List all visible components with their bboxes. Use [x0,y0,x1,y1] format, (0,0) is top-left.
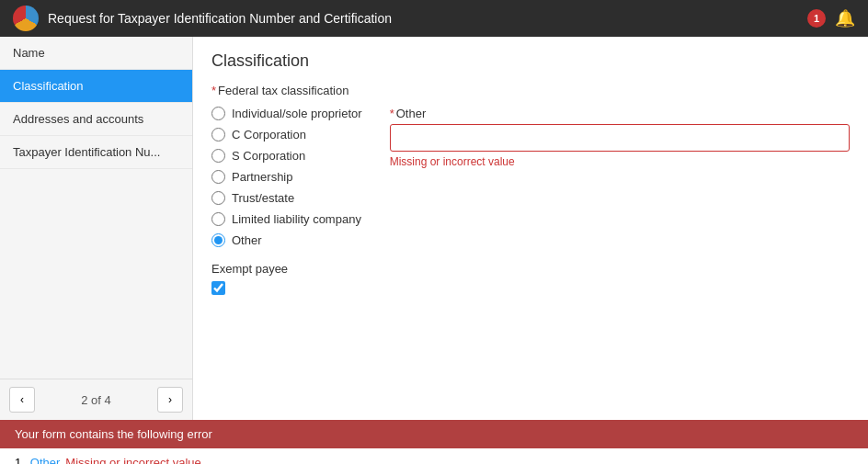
app-logo [13,6,39,31]
error-number: 1. [15,456,25,464]
page-title: Classification [211,51,850,71]
radio-trust-input[interactable] [211,191,225,205]
bell-icon[interactable]: 🔔 [835,8,855,28]
radio-llc-label: Limited liability company [232,212,361,226]
other-field-label: *Other [390,107,850,120]
header: Request for Taxpayer Identification Numb… [0,0,868,37]
sidebar-item-classification[interactable]: Classification [0,70,192,103]
radio-s-corp-label: S Corporation [232,149,305,163]
radio-partnership-label: Partnership [232,170,292,184]
error-detail: Missing or incorrect value [65,456,200,464]
exempt-payee-section: Exempt payee [211,262,850,295]
sidebar-item-name[interactable]: Name [0,37,192,70]
error-banner-text: Your form contains the following error [15,427,212,441]
radio-trust-label: Trust/estate [232,191,294,205]
right-panel: *Other Missing or incorrect value [390,107,850,247]
radio-s-corp-input[interactable] [211,149,225,163]
sidebar-item-taxpayer[interactable]: Taxpayer Identification Nu... [0,136,192,169]
radio-other-input[interactable] [211,233,225,247]
radio-partnership-input[interactable] [211,170,225,184]
content-area: Classification *Federal tax classificati… [193,37,868,420]
radio-trust[interactable]: Trust/estate [211,191,362,205]
error-list-item: 1. Other Missing or incorrect value [15,454,853,464]
radio-list: Individual/sole proprietor C Corporation… [211,107,362,247]
notification-badge[interactable]: 1 [807,9,826,28]
radio-llc[interactable]: Limited liability company [211,212,362,226]
form-body: Individual/sole proprietor C Corporation… [211,107,850,247]
sidebar: Name Classification Addresses and accoun… [0,37,193,420]
radio-individual[interactable]: Individual/sole proprietor [211,107,362,120]
error-banner: Your form contains the following error [0,420,868,448]
header-title: Request for Taxpayer Identification Numb… [48,11,798,26]
exempt-payee-label: Exempt payee [211,262,850,276]
sidebar-nav: ‹ 2 of 4 › [0,379,192,420]
main-layout: Name Classification Addresses and accoun… [0,37,868,420]
radio-other-label: Other [232,233,262,247]
radio-c-corp-input[interactable] [211,128,225,141]
radio-partnership[interactable]: Partnership [211,170,362,184]
exempt-payee-checkbox-wrapper[interactable] [211,281,850,295]
required-marker: * [211,84,216,97]
radio-individual-input[interactable] [211,107,225,120]
next-page-button[interactable]: › [157,387,183,413]
federal-tax-label: *Federal tax classification [211,84,850,97]
exempt-payee-checkbox[interactable] [211,281,225,295]
error-link[interactable]: Other [30,456,61,464]
other-input[interactable] [390,124,850,152]
other-error-text: Missing or incorrect value [390,155,850,168]
page-indicator: 2 of 4 [40,393,152,407]
radio-individual-label: Individual/sole proprietor [232,107,362,120]
other-required-marker: * [390,107,394,120]
radio-c-corp-label: C Corporation [232,128,306,141]
radio-c-corp[interactable]: C Corporation [211,128,362,141]
radio-llc-input[interactable] [211,212,225,226]
radio-s-corp[interactable]: S Corporation [211,149,362,163]
prev-page-button[interactable]: ‹ [9,387,35,413]
radio-other[interactable]: Other [211,233,362,247]
sidebar-item-addresses[interactable]: Addresses and accounts [0,103,192,136]
error-list: 1. Other Missing or incorrect value [0,448,868,464]
